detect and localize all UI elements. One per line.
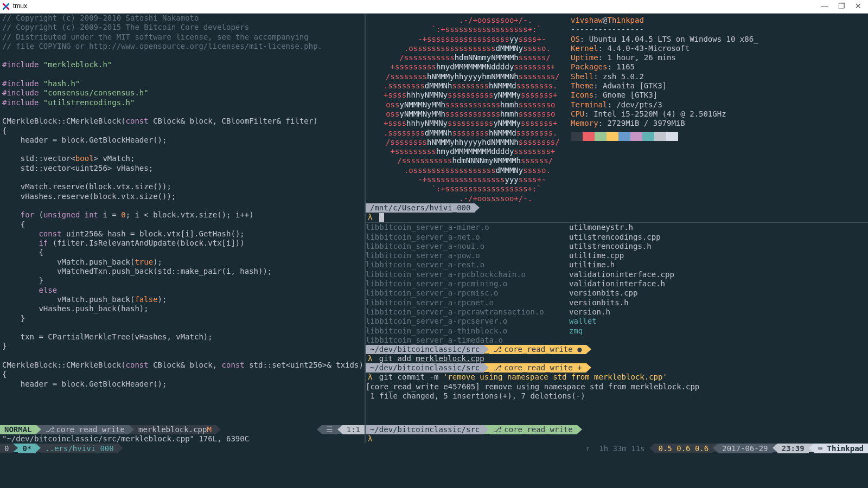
- vim-branch: core_read_write: [41, 425, 129, 434]
- minimize-button[interactable]: —: [821, 2, 828, 11]
- vim-fileinfo: "~/dev/bitcoinclassic/src/merkleblock.cp…: [0, 434, 365, 444]
- tmux-uptime: ↑ 1h 33m 11s: [581, 444, 649, 453]
- prompt-lambda: λ: [366, 213, 374, 221]
- tmux-time: 23:39: [777, 444, 809, 453]
- app-icon: [2, 3, 10, 10]
- vim-mode: NORMAL: [0, 425, 36, 434]
- window-title: tmux: [13, 2, 27, 11]
- tmux-date: 2017-06-29: [718, 444, 772, 453]
- tmux-load: 0.5 0.6 0.6: [654, 444, 713, 453]
- neofetch-separator: ----------------: [571, 25, 868, 34]
- tmux-session[interactable]: 0: [0, 444, 13, 453]
- file-list-left: libbitcoin_server_a-miner.o libbitcoin_s…: [366, 223, 569, 345]
- prompt-path: /mnt/c/Users/hvivi_000: [366, 203, 475, 213]
- shell-pane-bottom[interactable]: libbitcoin_server_a-miner.o libbitcoin_s…: [366, 223, 868, 425]
- neofetch-info: vivshaw@Thinkpad ---------------- OS: Ub…: [571, 14, 868, 222]
- color-palette: [571, 132, 868, 141]
- code-area[interactable]: // Copyright (c) 2009-2010 Satoshi Nakam…: [0, 14, 365, 389]
- vim-statusline: NORMAL core_read_write merkleblock.cpp M…: [0, 425, 365, 434]
- neofetch-logo: .-/+oossssoo+/-. `:+ssssssssssssssssss+:…: [366, 14, 571, 222]
- window-titlebar: tmux — ❐ ✕: [0, 0, 868, 14]
- file-list-right: utilmoneystr.h utilstrencodings.cpp util…: [569, 223, 773, 345]
- vim-filename: merkleblock.cpp M: [134, 425, 216, 434]
- tmux-statusbar: 0 0* ..ers/hvivi_000 ↑ 1h 33m 11s 0.5 0.…: [0, 444, 868, 453]
- editor-pane[interactable]: // Copyright (c) 2009-2010 Satoshi Nakam…: [0, 14, 365, 425]
- maximize-button[interactable]: ❐: [838, 2, 845, 11]
- cursor: [379, 213, 384, 222]
- close-button[interactable]: ✕: [855, 2, 861, 11]
- tmux-host: ⌨ Thinkpad: [814, 444, 868, 453]
- vim-position: 1:1: [342, 425, 365, 434]
- tmux-path: ..ers/hvivi_000: [41, 444, 118, 453]
- shell-pane-top[interactable]: .-/+oossssoo+/-. `:+ssssssssssssssssss+:…: [366, 14, 868, 222]
- tmux-window[interactable]: 0*: [18, 444, 36, 453]
